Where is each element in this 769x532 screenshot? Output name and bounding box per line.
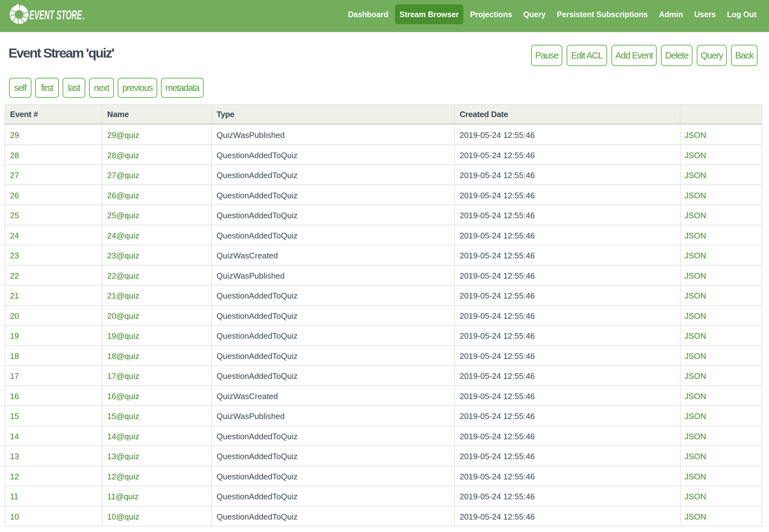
- svg-text:EVENT STORE: EVENT STORE: [29, 8, 82, 22]
- svg-text:®: ®: [82, 17, 85, 21]
